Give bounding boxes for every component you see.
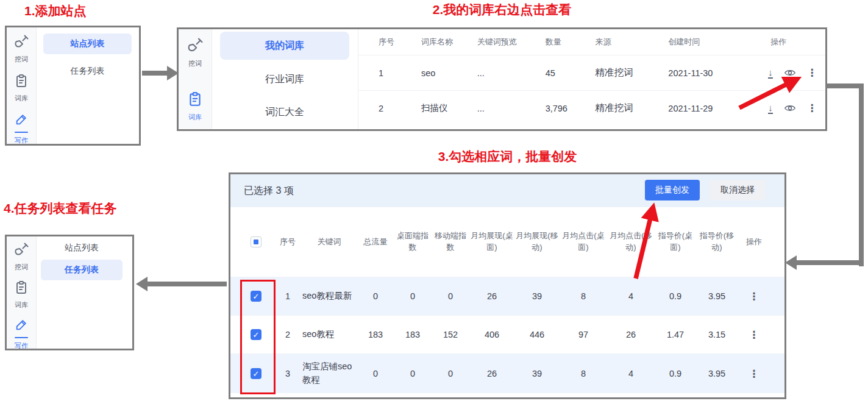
- shovel-icon: [187, 38, 203, 56]
- sidebar-item-dig[interactable]: 挖词: [7, 35, 36, 64]
- keyword-table: 序号 关键词 总流量 桌面端指数 移动端指数 月均展现(桌面) 月均展现(移动)…: [230, 207, 784, 393]
- sidebar-item-library[interactable]: 词库: [7, 280, 36, 310]
- cell-count: 45: [546, 68, 596, 78]
- menu-item-vocabulary[interactable]: 词汇大全: [220, 99, 349, 126]
- connector-step1-step2: [142, 71, 168, 76]
- eye-icon[interactable]: [784, 68, 796, 77]
- connector-step2-step3-vertical: [859, 83, 864, 266]
- cell-seq: 2: [276, 330, 300, 339]
- col-header: 总流量: [358, 236, 393, 248]
- col-header: 关键词: [302, 236, 356, 248]
- panel-step4: 挖词 词库 写作 站点列表 任务列表: [5, 235, 134, 350]
- pen-icon: [15, 113, 28, 129]
- sidebar-item-label: 词库: [15, 94, 28, 103]
- menu-item-site-list[interactable]: 站点列表: [41, 239, 123, 257]
- sidebar-item-dig[interactable]: 挖词: [179, 38, 212, 68]
- cell-impr-pc: 26: [471, 369, 513, 378]
- cell-preview: ...: [477, 68, 546, 78]
- connector-step2-step3-top: [826, 83, 864, 88]
- sidebar: 挖词 词库: [179, 29, 212, 129]
- download-icon[interactable]: ↓: [768, 103, 773, 114]
- cell-impr-mobile: 39: [516, 291, 558, 301]
- cell-mobile-index: 152: [433, 330, 468, 339]
- cell-total: 0: [358, 369, 393, 378]
- col-header: 数量: [546, 37, 596, 48]
- col-header: 月均点击(桌面): [561, 230, 606, 254]
- library-menu: 我的词库 行业词库 词汇大全: [212, 29, 358, 129]
- annotation-box-checkboxes: [240, 280, 276, 394]
- cell-click-mobile: 4: [608, 291, 653, 301]
- menu-item-task-list[interactable]: 任务列表: [41, 260, 123, 280]
- eye-icon[interactable]: [784, 104, 796, 113]
- sidebar-item-label: 词库: [188, 113, 202, 122]
- cell-keyword: seo教程最新: [302, 289, 356, 303]
- more-icon[interactable]: ⋮: [807, 68, 817, 78]
- more-icon[interactable]: ⋮: [807, 103, 817, 113]
- sidebar-item-library[interactable]: 词库: [179, 91, 212, 122]
- col-header: 操作: [752, 37, 825, 48]
- cell-click-pc: 8: [561, 291, 606, 301]
- sidebar-item-label: 写作: [15, 136, 28, 145]
- cell-price-pc: 0.9: [656, 369, 695, 378]
- sidebar-item-label: 挖词: [188, 59, 202, 68]
- cell-name: 扫描仪: [421, 102, 477, 114]
- more-icon[interactable]: ⋮: [739, 330, 769, 340]
- select-all-checkbox[interactable]: [251, 236, 261, 247]
- cell-price-mobile: 3.15: [697, 330, 736, 339]
- clipboard-icon: [14, 74, 29, 91]
- sidebar-item-library[interactable]: 词库: [7, 74, 36, 103]
- selection-bar: 已选择 3 项 批量创发 取消选择: [230, 174, 784, 207]
- panel-step2: 挖词 词库 我的词库 行业词库 词汇大全 序号 词库名称 关键词预览 数量 来源…: [177, 27, 827, 131]
- cancel-selection-button[interactable]: 取消选择: [710, 180, 766, 200]
- cell-pc-index: 0: [395, 369, 430, 378]
- cell-pc-index: 183: [395, 330, 430, 339]
- col-header: 词库名称: [421, 37, 477, 48]
- cell-seq: 1: [276, 291, 300, 301]
- col-header: 指导价(移动): [697, 230, 736, 254]
- cell-mobile-index: 0: [433, 369, 468, 378]
- table-row: ✓ 3 淘宝店铺seo教程 0 0 0 26 39 8 4 0.9 3.95 ⋮: [230, 353, 784, 393]
- select-all-cell: [239, 236, 273, 247]
- sidebar-item-write[interactable]: 写作: [7, 113, 36, 145]
- table-header-row: 序号 关键词 总流量 桌面端指数 移动端指数 月均展现(桌面) 月均展现(移动)…: [230, 207, 784, 277]
- menu-item-site-list[interactable]: 站点列表: [43, 34, 132, 54]
- step4-title: 4.任务列表查看任务: [4, 200, 117, 217]
- batch-create-button[interactable]: 批量创发: [645, 180, 700, 200]
- active-indicator: [15, 132, 28, 133]
- col-header: 月均点击(移动): [608, 230, 653, 254]
- more-icon[interactable]: ⋮: [739, 291, 769, 302]
- sidebar-item-label: 挖词: [15, 55, 28, 64]
- cell-price-pc: 0.9: [656, 291, 695, 301]
- col-header: 操作: [739, 236, 769, 248]
- menu-item-my-library[interactable]: 我的词库: [220, 32, 349, 60]
- cell-price-pc: 1.47: [656, 330, 695, 339]
- cell-created: 2021-11-30: [668, 68, 752, 78]
- col-header: 关键词预览: [477, 37, 546, 48]
- sidebar: 挖词 词库 写作: [7, 27, 37, 144]
- menu-item-task-list[interactable]: 任务列表: [43, 62, 132, 81]
- cell-seq: 1: [379, 68, 421, 78]
- more-icon[interactable]: ⋮: [739, 369, 769, 379]
- cell-impr-pc: 26: [471, 291, 513, 301]
- cell-mobile-index: 0: [433, 291, 468, 301]
- library-table: 序号 词库名称 关键词预览 数量 来源 创建时间 操作 1 seo ... 45…: [358, 29, 825, 126]
- sidebar-item-write[interactable]: 写作: [7, 318, 36, 350]
- col-header: 指导价(桌面): [656, 230, 695, 254]
- cell-keyword: seo教程: [302, 328, 356, 341]
- step1-title: 1.添加站点: [24, 2, 87, 20]
- col-header: 来源: [596, 37, 669, 48]
- cell-seq: 3: [276, 369, 300, 378]
- col-header: 移动端指数: [433, 230, 468, 254]
- menu-item-industry-library[interactable]: 行业词库: [220, 66, 349, 93]
- cell-pc-index: 0: [395, 291, 430, 301]
- cell-source: 精准挖词: [596, 66, 669, 79]
- cell-click-pc: 8: [561, 369, 606, 378]
- download-icon[interactable]: ↓: [768, 68, 773, 79]
- col-header: 月均展现(桌面): [471, 230, 513, 254]
- connector-step3-step4: [148, 282, 227, 286]
- table-row: ✓ 2 seo教程 183 183 152 406 446 97 26 1.47…: [230, 315, 784, 353]
- shovel-icon: [14, 243, 29, 260]
- col-header: 序号: [276, 236, 300, 248]
- sidebar-item-dig[interactable]: 挖词: [7, 243, 36, 272]
- cell-impr-pc: 406: [471, 330, 513, 339]
